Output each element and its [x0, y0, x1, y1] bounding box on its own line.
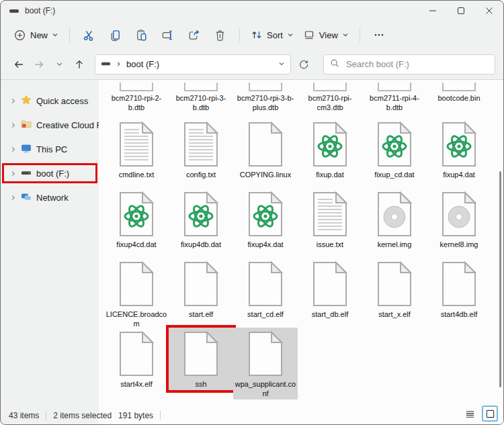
toolbar-separator [239, 28, 240, 42]
file-name: start4db.elf [441, 310, 477, 319]
ellipsis-icon [373, 29, 385, 41]
file-name: kernel8.img [440, 240, 478, 249]
more-options-button[interactable] [366, 25, 392, 45]
chevron-right-icon[interactable] [10, 146, 16, 152]
text-file-icon [119, 121, 154, 168]
view-button[interactable]: View [298, 26, 353, 44]
sidebar-item-label: This PC [36, 144, 67, 154]
title-bar: boot (F:) [1, 1, 503, 21]
share-button[interactable] [181, 25, 207, 46]
back-button[interactable] [9, 54, 29, 75]
copy-icon [109, 29, 122, 42]
file-item[interactable]: start_x.elf [362, 258, 427, 328]
copy-button[interactable] [102, 25, 128, 46]
file-item[interactable]: kernel.img [362, 188, 427, 258]
drive-icon [21, 167, 32, 180]
file-item[interactable]: start_cd.elf [233, 258, 298, 328]
minimize-button[interactable] [419, 1, 447, 21]
file-name: fixup4.dat [443, 170, 475, 179]
address-dropdown-chevron[interactable] [278, 59, 285, 69]
file-item[interactable]: bcm2710-rpi-cm3.dtb [298, 80, 362, 118]
file-item[interactable]: fixup4x.dat [233, 188, 298, 258]
file-item[interactable]: issue.txt [298, 188, 362, 258]
sidebar-item-this-pc[interactable]: This PC [3, 140, 96, 158]
new-button[interactable]: New [9, 26, 63, 45]
sidebar-item-label: boot (F:) [36, 169, 69, 179]
file-name: start_db.elf [312, 310, 348, 319]
file-item[interactable]: fixup4db.dat [169, 188, 233, 258]
file-name: bootcode.bin [438, 93, 480, 103]
file-item[interactable]: kernel8.img [427, 188, 491, 258]
file-item[interactable]: bcm2710-rpi-3-b-plus.dtb [233, 80, 298, 118]
file-list-area: bcm2710-rpi-2-b.dtbbcm2710-rpi-3-b.dtbbc… [99, 80, 503, 424]
large-icons-view-toggle[interactable] [482, 406, 498, 422]
blank-file-icon [119, 261, 154, 308]
file-name: bcm2710-rpi-2-b.dtb [106, 93, 167, 112]
chevron-right-icon[interactable] [10, 195, 16, 201]
chevron-right-icon[interactable] [10, 98, 16, 104]
status-separator [46, 411, 46, 420]
file-item[interactable]: bcm2711-rpi-4-b.dtb [362, 80, 427, 118]
file-item[interactable]: cmdline.txt [104, 118, 169, 188]
maximize-button[interactable] [447, 1, 475, 21]
sort-button[interactable]: Sort [246, 26, 298, 44]
file-item[interactable]: bootcode.bin [427, 80, 491, 118]
file-item[interactable]: config.txt [169, 118, 233, 188]
chevron-right-icon[interactable] [10, 171, 16, 177]
file-item[interactable]: COPYING.linux [233, 118, 298, 188]
file-item[interactable]: LICENCE.broadcom [104, 258, 169, 328]
sidebar-item-network[interactable]: Network [3, 189, 96, 206]
file-item[interactable]: bcm2710-rpi-3-b.dtb [169, 80, 233, 118]
file-item[interactable]: fixup_cd.dat [362, 118, 427, 188]
file-explorer-window: boot (F:) New [0, 0, 504, 425]
sidebar-item-boot-drive[interactable]: boot (F:) [3, 164, 96, 182]
forward-button[interactable] [29, 54, 49, 75]
blank-file-icon [248, 330, 283, 377]
network-icon [21, 191, 32, 204]
monitor-icon [21, 143, 32, 156]
delete-button[interactable] [207, 25, 233, 46]
rename-button[interactable] [155, 25, 181, 46]
file-item[interactable]: fixup4.dat [427, 118, 491, 188]
file-item[interactable]: bcm2710-rpi-2-b.dtb [104, 80, 169, 118]
clipped-file-icon [184, 83, 218, 91]
file-item[interactable]: start.elf [169, 258, 233, 328]
chevron-right-icon[interactable] [10, 122, 16, 128]
share-icon [187, 29, 200, 42]
status-separator [160, 411, 161, 420]
sort-button-label: Sort [267, 30, 283, 40]
sidebar-item-creative-cloud-files[interactable]: Creative Cloud Files [3, 116, 96, 134]
file-name: bcm2710-rpi-cm3.dtb [299, 93, 361, 112]
paste-button[interactable] [128, 25, 155, 46]
disc-file-icon [442, 191, 476, 238]
file-item[interactable]: wpa_supplicant.conf [233, 328, 298, 397]
refresh-button[interactable] [294, 54, 314, 75]
recent-locations-chevron[interactable] [49, 54, 69, 75]
file-item[interactable]: fixup.dat [298, 118, 362, 188]
sidebar: Quick access Creative Cloud Files This P… [1, 80, 99, 424]
search-box[interactable] [323, 54, 495, 75]
sidebar-item-label: Network [36, 193, 69, 203]
file-name: ssh [195, 379, 206, 389]
selection-count: 2 items selected [53, 411, 112, 420]
rename-icon [161, 29, 174, 42]
vertical-scrollbar[interactable] [499, 171, 501, 387]
up-button[interactable] [69, 54, 89, 75]
search-input[interactable] [345, 58, 489, 70]
sidebar-item-quick-access[interactable]: Quick access [3, 92, 96, 109]
text-file-icon [312, 191, 347, 238]
file-item[interactable]: ssh [169, 328, 233, 397]
toolbar-separator [360, 28, 360, 42]
status-bar: 43 items 2 items selected 191 bytes [9, 411, 161, 420]
file-item[interactable]: start_db.elf [298, 258, 362, 328]
breadcrumb[interactable]: boot (F:) [126, 59, 159, 69]
file-item[interactable]: start4db.elf [427, 258, 491, 328]
file-item[interactable]: fixup4cd.dat [104, 188, 169, 258]
file-item[interactable]: start4x.elf [104, 328, 169, 397]
details-view-toggle[interactable] [462, 406, 478, 422]
address-bar[interactable]: boot (F:) [95, 54, 291, 75]
cut-button[interactable] [76, 25, 102, 46]
file-name: issue.txt [317, 240, 343, 249]
close-button[interactable] [475, 1, 503, 21]
toolbar-separator [69, 28, 70, 42]
